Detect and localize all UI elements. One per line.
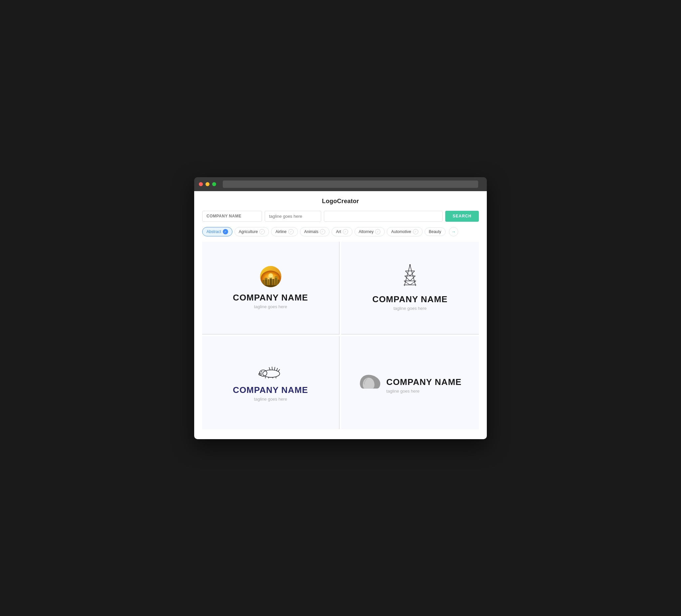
logo-card-2[interactable]: COMPANY NAME tagline goes here bbox=[341, 242, 479, 335]
search-button[interactable]: SEARCH bbox=[445, 211, 479, 222]
category-agriculture-label: Agriculture bbox=[239, 229, 258, 234]
logo-1-company-name: COMPANY NAME bbox=[233, 292, 308, 303]
category-abstract-label: Abstract bbox=[206, 229, 221, 234]
svg-rect-13 bbox=[276, 277, 277, 278]
category-agriculture[interactable]: Agriculture ✓ bbox=[234, 227, 269, 236]
svg-point-30 bbox=[263, 370, 280, 377]
city-circle-icon bbox=[260, 266, 281, 287]
logo-card-4[interactable]: COMPANY NAME tagline goes here bbox=[341, 336, 479, 429]
svg-line-24 bbox=[405, 276, 410, 281]
svg-line-23 bbox=[410, 271, 415, 276]
category-attorney[interactable]: Attorney ✓ bbox=[354, 227, 385, 236]
traffic-light-yellow[interactable] bbox=[205, 182, 209, 186]
logo-card-3[interactable]: COMPANY NAME tagline goes here bbox=[202, 336, 340, 429]
browser-window: LogoCreator SEARCH Abstract ✓ Agricultur… bbox=[194, 177, 487, 439]
logo-4-company-name: COMPANY NAME bbox=[386, 377, 461, 387]
tagline-input[interactable] bbox=[265, 211, 321, 222]
company-name-input[interactable] bbox=[202, 211, 262, 222]
logo-4-tagline: tagline goes here bbox=[386, 389, 461, 393]
svg-line-25 bbox=[410, 276, 415, 281]
app-title: LogoCreator bbox=[202, 198, 479, 205]
app-content: LogoCreator SEARCH Abstract ✓ Agricultur… bbox=[194, 191, 487, 439]
agriculture-check-icon: ✓ bbox=[259, 229, 265, 234]
logo-3-tagline: tagline goes here bbox=[254, 396, 287, 402]
svg-rect-3 bbox=[268, 279, 269, 286]
tower-icon bbox=[402, 264, 418, 289]
svg-point-29 bbox=[409, 264, 411, 265]
category-automotive-label: Automotive bbox=[391, 229, 411, 234]
svg-rect-10 bbox=[270, 278, 271, 279]
keyword-input[interactable] bbox=[324, 211, 443, 222]
svg-point-33 bbox=[261, 371, 262, 372]
categories-next-button[interactable]: → bbox=[449, 227, 458, 236]
svg-rect-6 bbox=[275, 277, 277, 286]
logo-card-1[interactable]: COMPANY NAME tagline goes here bbox=[202, 242, 340, 335]
category-airline-label: Airline bbox=[275, 229, 286, 234]
hedgehog-icon bbox=[257, 363, 284, 380]
browser-titlebar bbox=[194, 177, 487, 191]
svg-line-37 bbox=[276, 368, 277, 371]
bean-icon bbox=[358, 372, 382, 393]
svg-line-36 bbox=[274, 367, 275, 370]
svg-rect-11 bbox=[271, 278, 272, 279]
svg-rect-7 bbox=[278, 280, 279, 286]
category-airline[interactable]: Airline ✓ bbox=[271, 227, 298, 236]
logo-grid: COMPANY NAME tagline goes here bbox=[202, 242, 479, 429]
logo-4-text-group: COMPANY NAME tagline goes here bbox=[386, 372, 461, 393]
category-beauty[interactable]: Beauty bbox=[425, 227, 446, 236]
abstract-check-icon: ✓ bbox=[223, 229, 228, 234]
animals-check-icon: ✓ bbox=[320, 229, 325, 234]
category-bar: Abstract ✓ Agriculture ✓ Airline ✓ Anima… bbox=[202, 227, 479, 236]
svg-rect-1 bbox=[262, 280, 264, 286]
svg-rect-12 bbox=[275, 277, 276, 278]
logo-2-company-name: COMPANY NAME bbox=[372, 294, 448, 305]
svg-rect-5 bbox=[272, 279, 274, 286]
category-animals[interactable]: Animals ✓ bbox=[300, 227, 330, 236]
svg-point-15 bbox=[268, 273, 273, 278]
art-check-icon: ✓ bbox=[343, 229, 348, 234]
search-bar: SEARCH bbox=[202, 211, 479, 222]
svg-line-35 bbox=[272, 367, 272, 370]
attorney-check-icon: ✓ bbox=[375, 229, 380, 234]
category-art-label: Art bbox=[336, 229, 341, 234]
category-beauty-label: Beauty bbox=[429, 229, 441, 234]
address-bar bbox=[223, 181, 478, 188]
category-animals-label: Animals bbox=[304, 229, 319, 234]
svg-rect-9 bbox=[266, 279, 267, 279]
category-automotive[interactable]: Automotive ✓ bbox=[387, 227, 422, 236]
category-abstract[interactable]: Abstract ✓ bbox=[202, 227, 232, 236]
svg-line-38 bbox=[278, 369, 280, 371]
traffic-light-green[interactable] bbox=[212, 182, 216, 186]
airline-check-icon: ✓ bbox=[288, 229, 294, 234]
logo-1-tagline: tagline goes here bbox=[254, 304, 287, 309]
logo-3-company-name: COMPANY NAME bbox=[233, 385, 308, 395]
category-art[interactable]: Art ✓ bbox=[331, 227, 352, 236]
automotive-check-icon: ✓ bbox=[413, 229, 418, 234]
svg-rect-14 bbox=[261, 285, 281, 287]
svg-rect-8 bbox=[265, 279, 266, 279]
svg-line-22 bbox=[405, 271, 410, 276]
logo-2-tagline: tagline goes here bbox=[394, 306, 427, 311]
category-attorney-label: Attorney bbox=[359, 229, 374, 234]
traffic-light-red[interactable] bbox=[199, 182, 203, 186]
